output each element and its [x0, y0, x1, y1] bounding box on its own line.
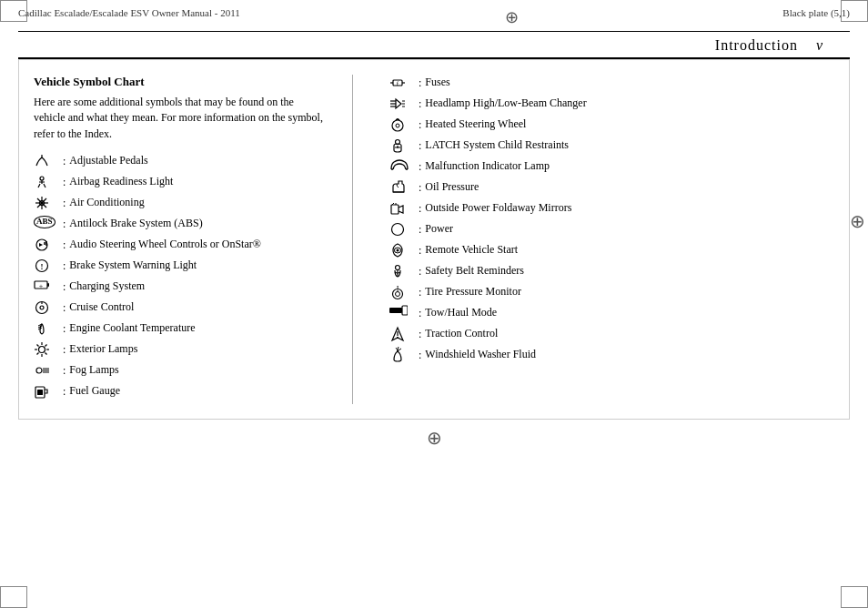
list-item: : Windshield Washer Fluid — [389, 347, 671, 363]
air-conditioning-label: Air Conditioning — [69, 195, 325, 210]
list-item: ! : Tire Pressure Monitor — [389, 284, 671, 300]
latch-label: LATCH System Child Restraints — [425, 137, 671, 153]
footer-crosshair-icon: ⊕ — [427, 427, 442, 449]
right-crosshair-icon: ⊕ — [850, 210, 865, 232]
page-number: v — [816, 37, 823, 54]
cruise-control-icon — [34, 299, 63, 316]
list-item: ABS : Antilock Brake System (ABS) — [34, 216, 325, 232]
list-item: : LATCH System Child Restraints — [389, 137, 671, 154]
safety-belt-icon — [389, 263, 419, 279]
header-crosshair-icon: ⊕ — [505, 7, 519, 27]
header-center: ⊕ — [505, 7, 519, 27]
list-item: f : Fuses — [389, 75, 671, 91]
svg-point-30 — [36, 368, 42, 373]
abs-icon: ABS — [34, 216, 63, 228]
fuses-icon: f — [389, 75, 419, 91]
washer-fluid-label: Windshield Washer Fluid — [425, 347, 671, 362]
list-item: : Fuel Gauge — [34, 383, 325, 400]
charging-system-icon: + — [34, 279, 63, 291]
oil-pressure-icon — [389, 179, 419, 196]
list-item: : Airbag Readiness Light — [34, 174, 325, 190]
list-item: : Fog Lamps — [34, 362, 325, 379]
list-item: ! : Brake System Warning Light — [34, 258, 325, 274]
svg-rect-54 — [391, 205, 399, 214]
page-header: Cadillac Escalade/Escalade ESV Owner Man… — [0, 0, 868, 31]
power-icon — [389, 221, 419, 238]
svg-point-1 — [40, 177, 44, 180]
header-right-text: Black plate (5,1) — [782, 7, 850, 18]
svg-line-28 — [45, 344, 47, 346]
tow-haul-icon — [389, 305, 419, 316]
svg-point-47 — [396, 124, 399, 127]
malfunction-indicator-icon — [389, 158, 419, 171]
svg-line-29 — [37, 352, 39, 354]
list-item: : Oil Pressure — [389, 179, 671, 196]
right-symbol-list: f : Fuses — [389, 75, 671, 363]
airbag-readiness-icon — [34, 174, 63, 190]
latch-icon — [389, 137, 419, 154]
left-symbol-list: : Adjustable Pedals : Airbag Readiness L… — [34, 153, 325, 400]
svg-text:!: ! — [397, 285, 399, 293]
list-item: : Audio Steering Wheel Controls or OnSta… — [34, 237, 325, 253]
cruise-control-label: Cruise Control — [69, 299, 325, 315]
list-item: : Tow/Haul Mode — [389, 305, 671, 321]
list-item: : Engine Coolant Temperature — [34, 320, 325, 337]
list-item: : Adjustable Pedals — [34, 153, 325, 169]
washer-fluid-icon — [389, 347, 419, 363]
airbag-readiness-label: Airbag Readiness Light — [69, 174, 325, 189]
content-area: ⊕ Vehicle Symbol Chart Here are some add… — [18, 59, 850, 420]
svg-point-67 — [397, 337, 399, 339]
section-intro: Here are some additional symbols that ma… — [34, 95, 325, 142]
list-item: : Outside Power Foldaway Mirrors — [389, 200, 671, 217]
audio-steering-label: Audio Steering Wheel Controls or OnStar® — [69, 237, 325, 252]
list-item: : Cruise Control — [34, 299, 325, 316]
list-item: : Malfunction Indicator Lamp — [389, 158, 671, 175]
traction-control-icon — [389, 326, 419, 342]
coolant-temp-label: Engine Coolant Temperature — [69, 320, 325, 336]
svg-point-58 — [397, 248, 399, 251]
list-item: : Remote Vehicle Start — [389, 242, 671, 258]
svg-point-46 — [392, 120, 403, 131]
heated-steering-icon — [389, 117, 419, 133]
list-item: : Heated Steering Wheel — [389, 117, 671, 133]
heated-steering-label: Heated Steering Wheel — [425, 117, 671, 132]
svg-text:f: f — [397, 80, 399, 87]
remote-start-label: Remote Vehicle Start — [425, 242, 671, 258]
svg-point-21 — [39, 346, 45, 352]
svg-rect-13 — [47, 283, 49, 287]
remote-start-icon — [389, 242, 419, 258]
coolant-temp-icon — [34, 320, 63, 337]
charging-system-label: Charging System — [69, 279, 325, 294]
svg-text:!: ! — [41, 262, 44, 271]
svg-line-27 — [45, 352, 47, 354]
brake-warning-label: Brake System Warning Light — [69, 258, 325, 273]
corner-tr — [841, 0, 868, 22]
fuses-label: Fuses — [425, 75, 671, 90]
list-item: + : Charging System — [34, 279, 325, 295]
corner-br — [841, 586, 868, 608]
exterior-lamps-label: Exterior Lamps — [69, 341, 325, 357]
list-item: : Air Conditioning — [34, 195, 325, 211]
svg-point-16 — [40, 306, 44, 309]
list-item: : Safety Belt Reminders — [389, 263, 671, 279]
section-title: Vehicle Symbol Chart — [34, 75, 325, 89]
tire-pressure-label: Tire Pressure Monitor — [425, 284, 671, 299]
audio-steering-icon — [34, 237, 63, 253]
tow-haul-label: Tow/Haul Mode — [425, 305, 671, 320]
right-column: f : Fuses — [362, 75, 671, 404]
fog-lamps-icon — [34, 362, 63, 379]
brake-warning-icon: ! — [34, 258, 63, 274]
header-left-text: Cadillac Escalade/Escalade ESV Owner Man… — [18, 7, 240, 18]
page-title-bar: Introduction v — [18, 32, 850, 59]
list-item: : Exterior Lamps — [34, 341, 325, 358]
oil-pressure-label: Oil Pressure — [425, 179, 671, 195]
left-column: Vehicle Symbol Chart Here are some addit… — [34, 75, 343, 404]
column-divider — [352, 75, 353, 404]
headlamp-icon — [389, 96, 419, 112]
foldaway-mirrors-label: Outside Power Foldaway Mirrors — [425, 200, 671, 216]
safety-belt-label: Safety Belt Reminders — [425, 263, 671, 279]
adjustable-pedals-label: Adjustable Pedals — [69, 153, 325, 168]
air-conditioning-icon — [34, 195, 63, 211]
svg-point-59 — [396, 265, 400, 269]
fuel-gauge-icon — [34, 383, 63, 400]
